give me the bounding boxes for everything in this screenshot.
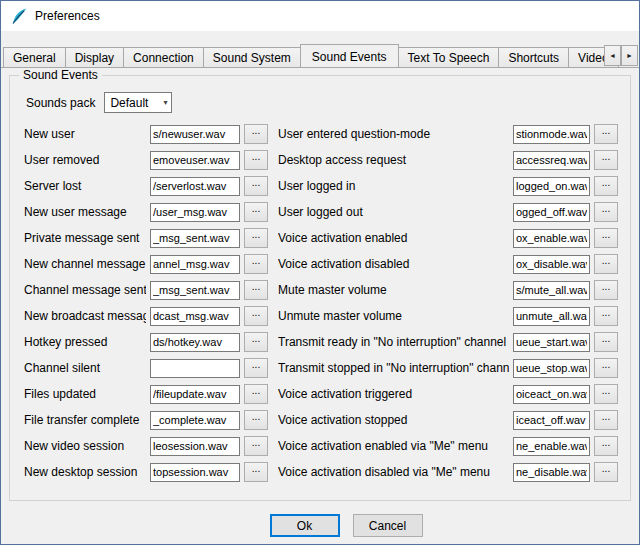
tab-connection[interactable]: Connection — [123, 47, 204, 67]
tab-scroll-right-icon[interactable]: ► — [621, 45, 638, 66]
table-row: New channel message ... — [24, 251, 268, 277]
browse-button[interactable]: ... — [594, 358, 618, 378]
tab-sound-events[interactable]: Sound Events — [300, 44, 399, 68]
sound-event-label: Private message sent — [24, 231, 146, 245]
browse-button[interactable]: ... — [594, 124, 618, 144]
table-row: Hotkey pressed ... — [24, 329, 268, 355]
browse-button[interactable]: ... — [594, 254, 618, 274]
browse-button[interactable]: ... — [244, 176, 268, 196]
browse-button[interactable]: ... — [244, 358, 268, 378]
browse-button[interactable]: ... — [594, 384, 618, 404]
tab-sound-system[interactable]: Sound System — [203, 47, 301, 67]
browse-button[interactable]: ... — [594, 280, 618, 300]
sound-file-input[interactable] — [150, 177, 240, 196]
browse-button[interactable]: ... — [594, 410, 618, 430]
browse-button[interactable]: ... — [594, 436, 618, 456]
sound-file-input[interactable] — [150, 281, 240, 300]
table-row: Server lost ... — [24, 173, 268, 199]
sound-file-input[interactable] — [150, 255, 240, 274]
browse-button[interactable]: ... — [594, 228, 618, 248]
browse-button[interactable]: ... — [244, 306, 268, 326]
sound-event-label: User logged out — [278, 205, 509, 219]
table-row: Voice activation enabled via "Me" menu .… — [278, 433, 618, 459]
sound-file-input[interactable] — [150, 463, 240, 482]
sound-file-input[interactable] — [150, 411, 240, 430]
browse-button[interactable]: ... — [244, 254, 268, 274]
browse-button[interactable]: ... — [594, 462, 618, 482]
table-row: New user message ... — [24, 199, 268, 225]
sound-file-input[interactable] — [513, 177, 590, 196]
tab-text-to-speech[interactable]: Text To Speech — [398, 47, 500, 67]
sound-event-label: New desktop session — [24, 465, 146, 479]
sound-event-label: Voice activation disabled via "Me" menu — [278, 465, 509, 479]
event-column-right: User entered question-mode ... Desktop a… — [278, 121, 618, 485]
browse-button[interactable]: ... — [244, 150, 268, 170]
sound-event-label: Voice activation stopped — [278, 413, 509, 427]
browse-button[interactable]: ... — [244, 228, 268, 248]
sound-file-input[interactable] — [150, 359, 240, 378]
sound-file-input[interactable] — [513, 411, 590, 430]
sound-event-label: User removed — [24, 153, 146, 167]
sound-file-input[interactable] — [150, 333, 240, 352]
table-row: New desktop session ... — [24, 459, 268, 485]
sound-file-input[interactable] — [513, 307, 590, 326]
sounds-pack-select[interactable]: Default ▾ — [104, 92, 172, 113]
table-row: Files updated ... — [24, 381, 268, 407]
sound-events-group: Sound Events Sounds pack Default ▾ New u… — [9, 75, 631, 501]
sound-file-input[interactable] — [150, 385, 240, 404]
sound-file-input[interactable] — [513, 229, 590, 248]
sound-file-input[interactable] — [513, 151, 590, 170]
sound-file-input[interactable] — [513, 281, 590, 300]
sound-file-input[interactable] — [513, 359, 590, 378]
table-row: Transmit ready in "No interruption" chan… — [278, 329, 618, 355]
sound-event-label: Files updated — [24, 387, 146, 401]
sound-event-label: Unmute master volume — [278, 309, 509, 323]
sound-file-input[interactable] — [513, 463, 590, 482]
event-columns: New user ... User removed ... Server los… — [24, 121, 618, 485]
browse-button[interactable]: ... — [594, 332, 618, 352]
sound-file-input[interactable] — [150, 125, 240, 144]
cancel-button[interactable]: Cancel — [353, 514, 423, 537]
sound-event-label: Hotkey pressed — [24, 335, 146, 349]
sound-event-label: Mute master volume — [278, 283, 509, 297]
table-row: Unmute master volume ... — [278, 303, 618, 329]
sound-file-input[interactable] — [150, 151, 240, 170]
browse-button[interactable]: ... — [244, 202, 268, 222]
sound-file-input[interactable] — [513, 437, 590, 456]
sound-file-input[interactable] — [150, 203, 240, 222]
sound-event-label: Voice activation disabled — [278, 257, 509, 271]
sound-file-input[interactable] — [513, 125, 590, 144]
window-title: Preferences — [35, 9, 100, 23]
title-bar[interactable]: Preferences — [1, 1, 639, 31]
sound-file-input[interactable] — [150, 307, 240, 326]
sound-file-input[interactable] — [150, 437, 240, 456]
browse-button[interactable]: ... — [594, 306, 618, 326]
browse-button[interactable]: ... — [244, 410, 268, 430]
browse-button[interactable]: ... — [244, 332, 268, 352]
table-row: Channel message sent ... — [24, 277, 268, 303]
table-row: User entered question-mode ... — [278, 121, 618, 147]
dialog-footer: Ok Cancel — [1, 514, 639, 537]
sound-event-label: Desktop access request — [278, 153, 509, 167]
browse-button[interactable]: ... — [244, 462, 268, 482]
sound-file-input[interactable] — [513, 203, 590, 222]
sound-file-input[interactable] — [150, 229, 240, 248]
table-row: New broadcast message ... — [24, 303, 268, 329]
browse-button[interactable]: ... — [244, 124, 268, 144]
browse-button[interactable]: ... — [594, 176, 618, 196]
ok-button[interactable]: Ok — [270, 514, 340, 537]
event-column-left: New user ... User removed ... Server los… — [24, 121, 268, 485]
browse-button[interactable]: ... — [244, 384, 268, 404]
tab-shortcuts[interactable]: Shortcuts — [498, 47, 569, 67]
table-row: Transmit stopped in "No interruption" ch… — [278, 355, 618, 381]
browse-button[interactable]: ... — [244, 436, 268, 456]
tab-scroll-left-icon[interactable]: ◄ — [604, 45, 621, 66]
tab-general[interactable]: General — [3, 47, 66, 67]
sound-file-input[interactable] — [513, 255, 590, 274]
sound-file-input[interactable] — [513, 333, 590, 352]
sound-file-input[interactable] — [513, 385, 590, 404]
tab-display[interactable]: Display — [65, 47, 124, 67]
browse-button[interactable]: ... — [594, 150, 618, 170]
browse-button[interactable]: ... — [244, 280, 268, 300]
browse-button[interactable]: ... — [594, 202, 618, 222]
